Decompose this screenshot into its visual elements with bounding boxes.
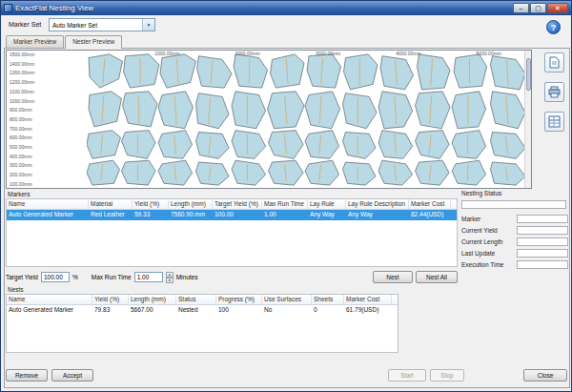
ruler-label: 800.00mm bbox=[10, 116, 32, 122]
pattern-piece[interactable] bbox=[343, 93, 378, 129]
side-tool-button-2[interactable] bbox=[544, 82, 564, 102]
pattern-piece[interactable] bbox=[452, 160, 486, 185]
pattern-piece[interactable] bbox=[454, 54, 487, 88]
pattern-piece[interactable] bbox=[124, 54, 160, 88]
side-tool-button-3[interactable] bbox=[544, 112, 564, 132]
canvas-scrollbar[interactable] bbox=[524, 51, 531, 188]
status-field-row: Current Yield bbox=[461, 224, 568, 236]
status-field-row: Execution Time bbox=[461, 258, 568, 270]
vertical-ruler: 1500.00mm1400.00mm1300.00mm1200.00mm1100… bbox=[10, 52, 50, 189]
column-header[interactable]: Lay Rule bbox=[308, 199, 346, 209]
pattern-piece[interactable] bbox=[343, 132, 377, 158]
close-button[interactable]: Close bbox=[523, 369, 567, 382]
minimize-button[interactable]: – bbox=[513, 3, 529, 13]
help-button[interactable]: ? bbox=[546, 20, 561, 34]
pattern-piece[interactable] bbox=[123, 92, 158, 127]
close-window-button[interactable]: ✕ bbox=[547, 3, 568, 13]
column-header[interactable]: Marker Cost bbox=[344, 295, 392, 304]
marker-set-dropdown[interactable]: Auto Marker Set ▼ bbox=[49, 18, 155, 31]
column-header[interactable]: Use Surfaces bbox=[262, 295, 312, 304]
status-field-label: Current Yield bbox=[461, 227, 517, 234]
side-tool-button-1[interactable] bbox=[544, 52, 564, 72]
pattern-piece[interactable] bbox=[269, 160, 304, 185]
pattern-piece[interactable] bbox=[378, 160, 413, 185]
window-title: ExactFlat Nesting View bbox=[15, 4, 513, 12]
pattern-piece[interactable] bbox=[305, 92, 340, 129]
ruler-label: 1300.00mm bbox=[10, 70, 34, 75]
column-header[interactable]: Sheets bbox=[312, 295, 344, 304]
pattern-piece[interactable] bbox=[232, 92, 266, 129]
pattern-piece[interactable] bbox=[418, 54, 451, 90]
pattern-piece[interactable] bbox=[196, 93, 230, 129]
column-header[interactable]: Length (mm) bbox=[169, 199, 213, 209]
pattern-piece[interactable] bbox=[87, 160, 120, 185]
maximize-button[interactable]: ▢ bbox=[530, 3, 546, 13]
max-run-time-input[interactable]: 1.00 bbox=[134, 272, 163, 282]
pattern-piece[interactable] bbox=[232, 131, 266, 159]
pattern-piece[interactable] bbox=[452, 92, 486, 129]
pattern-piece[interactable] bbox=[343, 162, 377, 185]
column-header[interactable]: Marker Cost bbox=[409, 199, 451, 209]
table-row[interactable]: Auto Generated Marker79.835667.00Nested1… bbox=[7, 305, 398, 316]
column-header[interactable]: Name bbox=[7, 199, 89, 209]
nest-button[interactable]: Nest bbox=[373, 271, 413, 283]
table-header: NameYield (%)Length (mm)StatusProgress (… bbox=[7, 295, 398, 305]
pattern-piece[interactable] bbox=[344, 54, 378, 90]
pattern-piece[interactable] bbox=[89, 92, 122, 127]
marker-set-value: Auto Marker Set bbox=[50, 22, 142, 29]
status-field-label: Last Update bbox=[461, 250, 517, 257]
pattern-piece[interactable] bbox=[196, 162, 230, 185]
pattern-piece[interactable] bbox=[416, 131, 450, 159]
nest-all-button[interactable]: Nest All bbox=[416, 271, 458, 283]
pattern-piece[interactable] bbox=[305, 160, 339, 185]
pattern-piece[interactable] bbox=[160, 54, 196, 88]
table-cell: Red Leather bbox=[89, 210, 133, 220]
pattern-piece[interactable] bbox=[491, 56, 526, 90]
stop-button[interactable]: Stop bbox=[430, 369, 464, 382]
pattern-piece[interactable] bbox=[416, 92, 451, 129]
column-header[interactable]: Status bbox=[176, 295, 216, 304]
pattern-piece[interactable] bbox=[196, 132, 230, 158]
spinner-down-icon[interactable]: ▼ bbox=[166, 278, 174, 283]
pattern-piece[interactable] bbox=[416, 160, 450, 185]
accept-button[interactable]: Accept bbox=[51, 369, 93, 382]
ruler-label: 1100.00mm bbox=[10, 89, 34, 94]
column-header[interactable]: Yield (%) bbox=[92, 295, 129, 304]
pattern-piece[interactable] bbox=[491, 162, 526, 185]
pattern-piece[interactable] bbox=[269, 131, 304, 159]
column-header[interactable]: Length (mm) bbox=[129, 295, 176, 304]
chevron-down-icon: ▼ bbox=[142, 19, 154, 31]
pattern-piece[interactable] bbox=[491, 132, 526, 158]
tab-nester-preview[interactable]: Nester Preview bbox=[65, 35, 122, 49]
remove-button[interactable]: Remove bbox=[6, 369, 48, 382]
pattern-piece[interactable] bbox=[122, 160, 156, 185]
nesting-canvas[interactable]: 1000.00mm2000.00mm3000.00mm4000.00mm5000… bbox=[6, 50, 532, 189]
column-header[interactable]: Yield (%) bbox=[133, 199, 169, 209]
ruler-label: 4000.00mm bbox=[396, 51, 420, 56]
pattern-piece[interactable] bbox=[232, 160, 266, 185]
target-yield-input[interactable]: 100.00 bbox=[41, 272, 70, 282]
table-row[interactable]: Auto Generated MarkerRed Leather59.33756… bbox=[7, 210, 457, 220]
column-header[interactable]: Lay Rule Description bbox=[346, 199, 409, 209]
window-controls: – ▢ ✕ bbox=[513, 3, 568, 13]
pattern-piece[interactable] bbox=[307, 54, 341, 88]
pattern-piece[interactable] bbox=[87, 131, 121, 159]
start-button[interactable]: Start bbox=[388, 369, 426, 382]
pattern-piece[interactable] bbox=[452, 131, 486, 159]
table-cell: 61.79(USD) bbox=[344, 305, 392, 316]
column-header[interactable]: Material bbox=[89, 199, 133, 209]
column-header[interactable]: Name bbox=[7, 295, 92, 304]
tab-marker-preview[interactable]: Marker Preview bbox=[6, 35, 64, 48]
pattern-piece[interactable] bbox=[305, 131, 339, 159]
horizontal-ruler: 1000.00mm2000.00mm3000.00mm4000.00mm5000… bbox=[87, 51, 529, 57]
pattern-piece[interactable] bbox=[122, 131, 156, 159]
pattern-piece[interactable] bbox=[197, 56, 233, 88]
column-header[interactable]: Progress (%) bbox=[216, 295, 262, 304]
table-cell: 59.33 bbox=[133, 210, 169, 220]
column-header[interactable]: Target Yield (%) bbox=[213, 199, 262, 209]
table-cell: Any Way bbox=[308, 210, 346, 220]
scrollbar-thumb[interactable] bbox=[526, 58, 531, 91]
pattern-piece[interactable] bbox=[89, 54, 123, 88]
column-header[interactable]: Max Run Time bbox=[262, 199, 308, 209]
pattern-piece[interactable] bbox=[234, 54, 268, 88]
